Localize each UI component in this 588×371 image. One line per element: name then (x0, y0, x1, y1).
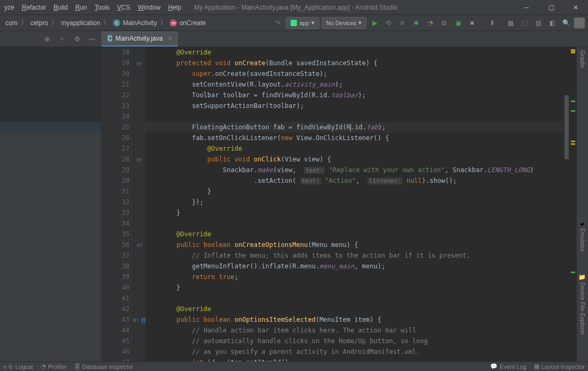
line-number[interactable]: 33 (102, 207, 129, 218)
tool-database-inspector[interactable]: 🗄 Database Inspector (74, 364, 133, 370)
code-line[interactable]: } (146, 207, 563, 218)
code-line[interactable]: protected void onCreate(Bundle savedInst… (146, 58, 563, 68)
layout-bounds-icon[interactable]: ▦ (505, 17, 516, 29)
tool-event-log[interactable]: 💬 Event Log (490, 363, 526, 370)
code-line[interactable]: return true; (146, 272, 563, 282)
code-editor[interactable]: @Override protected void onCreate(Bundle… (146, 47, 563, 361)
debug-icon[interactable]: ✱ (410, 17, 422, 29)
code-line[interactable]: // as you specify a parent activity in A… (146, 346, 563, 357)
code-line[interactable]: } (146, 186, 563, 197)
line-number[interactable]: 19 (102, 58, 129, 68)
code-line[interactable]: // Inflate the menu; this adds items to … (146, 250, 563, 261)
line-number[interactable]: 20 (102, 68, 129, 79)
code-line[interactable]: }); (146, 197, 563, 207)
vertical-scrollbar[interactable] (563, 47, 570, 361)
avd-manager-icon[interactable]: ▤ (532, 17, 544, 29)
run-config-selector[interactable]: app ▾ (286, 17, 319, 29)
line-number[interactable]: 38 (102, 261, 129, 272)
tool-profiler[interactable]: ◔ Profiler (41, 363, 67, 370)
code-line[interactable]: @Override (146, 47, 563, 58)
line-number[interactable]: 21 (102, 79, 129, 90)
line-number[interactable]: 41 (102, 293, 129, 304)
code-line[interactable]: setContentView(R.layout.activity_main); (146, 79, 563, 90)
apply-code-icon[interactable]: ≡ (396, 17, 408, 29)
line-number[interactable]: 46 (102, 346, 129, 357)
breadcrumb-item[interactable]: monCreate (167, 18, 208, 28)
line-number[interactable]: 27 (102, 143, 129, 154)
line-number[interactable]: 34 (102, 218, 129, 229)
menu-item[interactable]: Refactor (22, 4, 46, 11)
user-avatar[interactable] (574, 18, 585, 28)
line-number[interactable]: 29 (102, 165, 129, 175)
tool-logcat[interactable]: ≡ 6: Logcat (3, 364, 33, 370)
breadcrumb-item[interactable]: cetpro (28, 18, 50, 28)
code-line[interactable]: super.onCreate(savedInstanceState); (146, 68, 563, 79)
code-line[interactable]: @Override (146, 304, 563, 314)
stripe-mark[interactable] (571, 143, 575, 145)
code-line[interactable]: int id = item.getItemId(); (146, 357, 563, 361)
code-line[interactable]: @Override (146, 229, 563, 239)
code-line[interactable]: Snackbar.make(view, text: "Replace with … (146, 165, 563, 175)
line-number[interactable]: 32 (102, 197, 129, 207)
sync-icon[interactable]: ↷ (272, 17, 284, 29)
code-line[interactable]: } (146, 282, 563, 293)
line-number[interactable]: 35 (102, 229, 129, 239)
profile-icon[interactable]: ◔ (424, 17, 436, 29)
code-line[interactable] (146, 111, 563, 122)
maximize-button[interactable]: ▢ (539, 0, 563, 15)
line-number[interactable]: 18 (102, 47, 129, 58)
stripe-mark[interactable] (571, 141, 575, 142)
menu-item[interactable]: Build (54, 4, 68, 11)
code-line[interactable] (146, 218, 563, 229)
apply-changes-icon[interactable]: ⟲ (383, 17, 394, 29)
override-gutter-icon[interactable]: o↑ (137, 60, 143, 66)
menu-item[interactable]: Run (75, 4, 87, 11)
code-line[interactable]: public boolean onCreateOptionsMenu(Menu … (146, 239, 563, 250)
code-line[interactable]: .setAction( text: "Action", listener: nu… (146, 175, 563, 186)
menu-item[interactable]: Tools (95, 4, 110, 11)
code-line[interactable] (146, 293, 563, 304)
line-number[interactable]: 37 (102, 250, 129, 261)
device-selector[interactable]: No Devices ▾ (322, 17, 366, 29)
line-number[interactable]: 23 (102, 101, 129, 111)
code-line[interactable]: getMenuInflater().inflate(R.menu.menu_ma… (146, 261, 563, 272)
scrollbar-thumb[interactable] (564, 95, 569, 159)
override-gutter-icon[interactable]: o↑ (137, 242, 143, 248)
code-line[interactable]: // Handle action bar item clicks here. T… (146, 325, 563, 336)
menu-item[interactable]: yze (4, 4, 14, 11)
tool-layout-inspector[interactable]: ▦ Layout Inspector (534, 363, 585, 370)
line-number[interactable]: 22 (102, 90, 129, 101)
override-gutter-icon[interactable]: o↑ @ (133, 316, 147, 323)
tool-emulator[interactable]: 📱 Emulator (579, 219, 586, 252)
attach-debugger-icon[interactable]: ⧉ (438, 17, 450, 29)
line-number[interactable]: 31 (102, 186, 129, 197)
stripe-mark[interactable] (571, 272, 575, 273)
target-icon[interactable]: ⊕ (43, 35, 51, 43)
line-number[interactable]: 26 (102, 133, 129, 143)
code-line[interactable]: Toolbar toolbar = findViewById(R.id.tool… (146, 90, 563, 101)
sdk-icon[interactable]: ⬚ (518, 17, 530, 29)
code-line[interactable]: public void onClick(View view) { (146, 154, 563, 165)
line-number[interactable]: 30 (102, 175, 129, 186)
line-number[interactable]: 24 (102, 111, 129, 122)
line-number[interactable]: 36 (102, 239, 129, 250)
menu-item[interactable]: Help (168, 4, 181, 11)
git-icon[interactable]: ⬇ (486, 17, 498, 29)
line-number[interactable]: 42 (102, 304, 129, 314)
code-line[interactable]: public boolean onOptionsItemSelected(Men… (146, 314, 563, 325)
error-stripe[interactable] (570, 47, 576, 361)
stop-icon[interactable]: ■ (466, 17, 478, 29)
line-number[interactable]: 45 (102, 336, 129, 346)
line-number[interactable]: 25 (102, 122, 129, 133)
stripe-mark[interactable] (571, 101, 575, 102)
line-number[interactable]: 40 (102, 282, 129, 293)
menu-item[interactable]: VCS (117, 4, 131, 11)
hide-icon[interactable]: — (88, 35, 96, 43)
line-number[interactable]: 28 (102, 154, 129, 165)
search-icon[interactable]: 🔍 (560, 17, 572, 29)
code-line[interactable]: // automatically handle clicks on the Ho… (146, 336, 563, 346)
override-gutter-icon[interactable]: o↑ (137, 156, 143, 163)
breadcrumb-item[interactable]: com (3, 18, 20, 28)
line-number[interactable]: 44 (102, 325, 129, 336)
stripe-mark[interactable] (571, 110, 575, 112)
